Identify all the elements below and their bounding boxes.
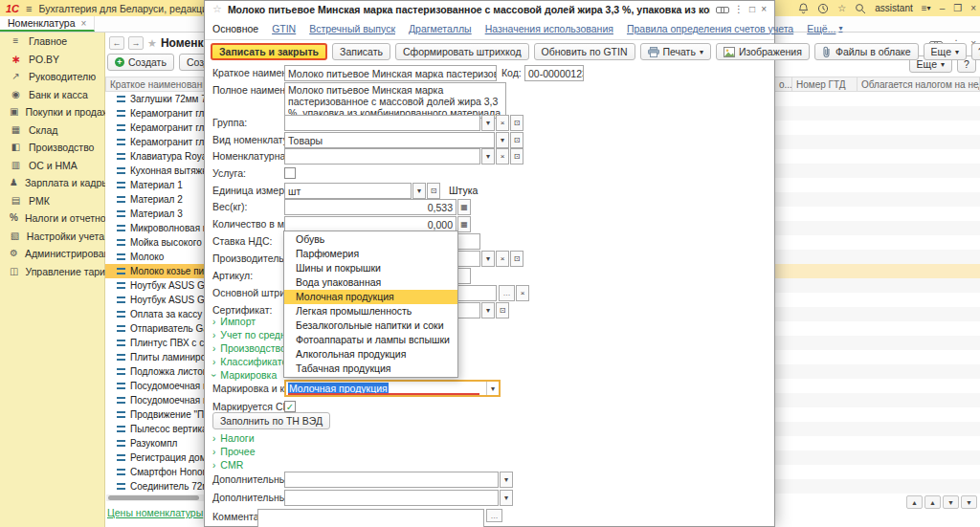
update-by-gtin-button[interactable]: Обновить по GTIN [534,43,635,60]
dialog-tab[interactable]: Правила определения счетов учета ▾ [627,23,793,34]
list-item[interactable]: Керамогранит глазур. ВС [105,121,204,135]
list-item[interactable]: Микроволновая печь MA [105,221,204,235]
forward-button[interactable]: → [128,36,144,50]
sidebar-item[interactable]: Главное [0,33,104,51]
dialog-link-icon[interactable] [716,6,728,13]
dialog-tab[interactable]: Драгметаллы ▾ [409,23,472,34]
current-user-label[interactable]: assistant [875,3,912,13]
list-item[interactable]: Ноутбук ASUS G814J (G [105,293,204,307]
favorites-star-icon[interactable]: ☆ [837,3,846,13]
service-checkbox[interactable] [284,167,296,179]
close-app-button[interactable]: × [970,3,976,13]
sidebar-item[interactable]: Администрирование [0,245,104,263]
sidebar-item[interactable]: ОС и НМА [0,157,104,175]
list-item[interactable]: Керамогранит глазур. ВС [105,106,204,121]
short-name-input[interactable]: Молоко питьевое Минская марка пастеризов… [284,65,497,81]
add-data-dropdown-button[interactable]: ▾ [500,472,513,488]
full-name-textarea[interactable]: Молоко питьевое Минская марка пастеризов… [284,82,506,119]
add-data-2-input[interactable] [284,490,499,506]
list-item[interactable]: Плиты ламинированные [105,350,204,364]
fill-by-tnved-button[interactable]: Заполнить по ТН ВЭД [212,412,330,429]
barcode-pick-button[interactable]: … [499,285,515,301]
list-item[interactable]: Молоко козье питьевое с [105,264,204,278]
main-menu-icon[interactable]: ≡ [26,3,32,14]
dialog-help-button[interactable]: ? [971,43,980,60]
tab-close-icon[interactable]: × [80,18,86,29]
list-item[interactable]: Регистрация доменного [105,450,204,465]
certificate-dropdown-button[interactable]: ▾ [481,302,495,318]
nom-group-open-button[interactable]: ⊡ [510,148,523,165]
column-header-gtd[interactable]: Номер ГТД [792,77,858,92]
dropdown-option[interactable]: Молочная продукция [284,290,457,304]
certificate-open-button[interactable]: ⊡ [496,302,509,318]
list-item[interactable]: Керамогранит глазур. ВС [105,135,204,149]
list-item[interactable]: Кухонная вытяжка Akpo [105,164,204,178]
section-link[interactable]: › Налоги [212,431,256,445]
history-clock-icon[interactable] [817,3,829,14]
images-button[interactable]: Изображения [716,43,810,60]
unit-input[interactable]: шт [284,183,412,199]
sidebar-item[interactable]: Руководителю [0,68,104,86]
producer-open-button[interactable]: ⊡ [510,251,523,267]
nomenclature-prices-link[interactable]: Цены номенклатуры [107,507,203,518]
dialog-more-button[interactable]: Еще▾ [924,43,967,60]
dropdown-option[interactable]: Безалкогольные напитки и соки [284,318,457,333]
sidebar-item[interactable]: PO.BY [0,51,104,69]
marked-si-checkbox[interactable]: ✓ [284,401,296,412]
dropdown-option[interactable]: Алкогольная продукция [284,347,457,362]
group-open-button[interactable]: ⊡ [510,115,523,131]
group-dropdown-button[interactable]: ▾ [481,115,495,131]
dropdown-option[interactable]: Легкая промышленность [284,304,457,318]
kind-input[interactable]: Товары [284,132,495,148]
horizontal-scrollbar[interactable] [106,494,204,501]
sidebar-item[interactable]: Управление тарифом [0,263,104,281]
add-data-2-dropdown-button[interactable]: ▾ [500,490,513,506]
dropdown-option[interactable]: Парфюмерия [284,247,457,261]
list-item[interactable]: Мойка высокого давлени [105,235,204,250]
scroll-to-bottom-icon[interactable]: ▼ [961,495,977,509]
sidebar-item[interactable]: Банк и касса [0,86,104,104]
list-item[interactable]: Разукомпл [105,436,204,450]
dialog-tab[interactable]: Назначения использования ▾ [485,23,613,34]
list-item[interactable]: Плинтус ПВХ с съемной [105,336,204,350]
list-item[interactable]: Подложка листовая XXL [105,364,204,379]
list-item[interactable]: Молоко [105,250,204,264]
list-item[interactable]: Оплата за кассу онлайн [105,307,204,321]
list-item[interactable]: Продвижение "Позиций" [105,407,204,422]
dialog-close-icon[interactable]: × [761,4,767,14]
nom-group-dropdown-button[interactable]: ▾ [481,148,495,165]
sidebar-item[interactable]: Производство [0,139,104,157]
list-item[interactable]: Заглушки 72мм 700 TER [105,92,204,106]
qty-calc-icon[interactable]: ▦ [457,216,471,232]
list-item[interactable]: Посудомоечная машина [105,379,204,393]
back-button[interactable]: ← [109,36,124,50]
search-icon[interactable] [855,3,866,14]
list-item[interactable]: Отпариватель Galaxy Lin [105,321,204,336]
sidebar-item[interactable]: Зарплата и кадры [0,174,104,192]
column-header-property-tax[interactable]: Облагается налогом на недвижимос [858,77,980,92]
restore-button[interactable]: ❐ [953,3,962,13]
code-input[interactable]: 00-00000123 [524,65,584,81]
section-link[interactable]: › CMR [212,458,256,472]
dialog-tab[interactable]: GTIN ▾ [272,23,296,34]
barcode-clear-button[interactable]: × [516,285,529,301]
list-item[interactable]: Клавиатура Royal Kludge [105,149,204,164]
dialog-tab[interactable]: Встречный выпуск ▾ [309,23,395,34]
scroll-up-icon[interactable]: ▲ [924,495,941,509]
add-data-input[interactable] [284,472,499,488]
save-button[interactable]: Записать [332,43,390,60]
kind-open-button[interactable]: ⊡ [510,132,523,148]
list-item[interactable]: Материал 2 [105,192,204,207]
dialog-more-vert-icon[interactable]: ⋮ [734,4,744,14]
dropdown-option[interactable]: Вода упакованная [284,275,457,290]
list-item[interactable]: Ноутбук ASUS G614J (G [105,278,204,293]
list-item[interactable]: Соединитель 72мм 700 Т [105,479,204,494]
weight-input[interactable]: 0,533 [284,199,457,215]
dialog-tab[interactable]: Ещё... ▾ [807,23,842,34]
scrollbar-thumb[interactable] [108,495,199,500]
unit-open-button[interactable]: ⊡ [427,183,440,199]
print-button[interactable]: Печать▾ [640,43,711,60]
group-clear-button[interactable]: × [496,115,509,131]
list-item[interactable]: Смартфон Honor 90 8GB [105,465,204,479]
scroll-to-top-icon[interactable]: ▲ [906,495,923,509]
